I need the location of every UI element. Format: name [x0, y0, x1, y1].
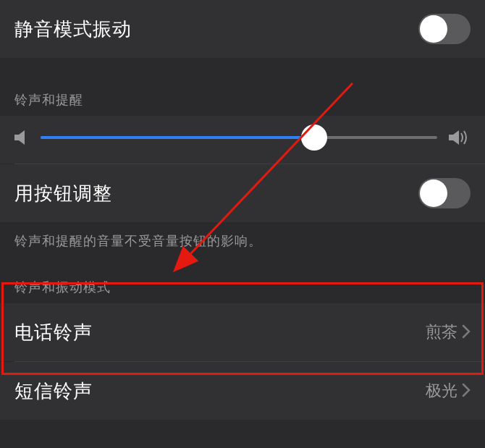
ringer-alerts-header: 铃声和提醒 [0, 78, 485, 116]
slider-thumb[interactable] [301, 124, 327, 151]
phone-ringtone-value-wrap: 煎茶 [426, 321, 471, 343]
section-gap [0, 58, 485, 78]
silent-mode-vibrate-toggle[interactable] [418, 14, 471, 44]
volume-high-icon [449, 129, 471, 146]
toggle-knob [420, 15, 447, 43]
silent-mode-vibrate-row[interactable]: 静音模式振动 [0, 0, 485, 58]
toggle-knob [420, 179, 447, 207]
phone-ringtone-row[interactable]: 电话铃声 煎茶 [0, 303, 485, 361]
change-with-buttons-note: 铃声和提醒的音量不受音量按钮的影响。 [0, 222, 485, 263]
ringer-volume-slider[interactable] [41, 136, 437, 139]
silent-mode-vibrate-label: 静音模式振动 [14, 17, 132, 42]
chevron-right-icon [462, 322, 471, 342]
phone-ringtone-label: 电话铃声 [14, 320, 93, 345]
sms-ringtone-row[interactable]: 短信铃声 极光 [0, 362, 485, 420]
phone-ringtone-value: 煎茶 [426, 321, 457, 343]
ringer-volume-slider-row [0, 116, 485, 164]
sms-ringtone-label: 短信铃声 [14, 379, 93, 404]
change-with-buttons-row[interactable]: 用按钮调整 [0, 164, 485, 222]
ringtone-vibration-header: 铃声和振动模式 [0, 263, 485, 303]
change-with-buttons-toggle[interactable] [418, 178, 471, 208]
change-with-buttons-label: 用按钮调整 [14, 181, 112, 206]
chevron-right-icon [462, 381, 471, 401]
sms-ringtone-value-wrap: 极光 [426, 380, 471, 402]
volume-low-icon [14, 130, 29, 145]
slider-fill [41, 136, 314, 139]
sms-ringtone-value: 极光 [426, 380, 457, 402]
